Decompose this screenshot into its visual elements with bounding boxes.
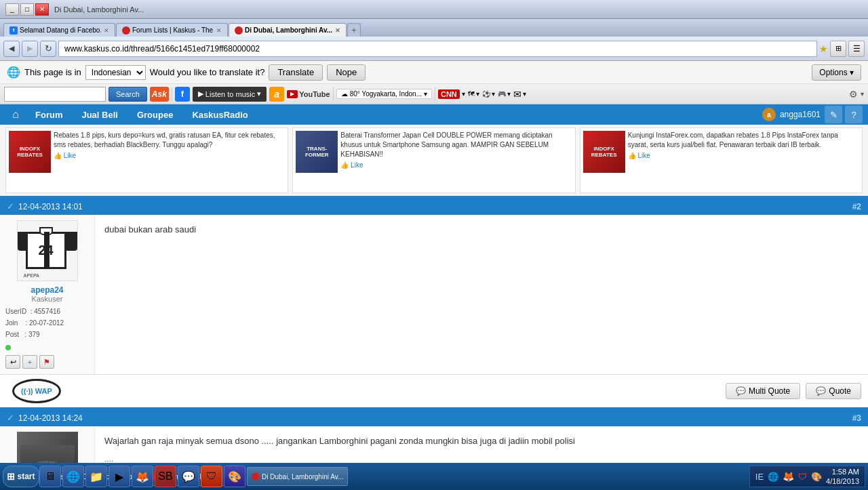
email-icon[interactable]: ✉▾ <box>513 89 526 100</box>
tray-antivirus-icon[interactable]: 🛡 <box>798 472 807 482</box>
post2-text: dubai bukan arab saudi <box>104 223 859 237</box>
ad-3-image: INDOFXREBATES <box>583 131 625 173</box>
tab-1-close[interactable]: ✕ <box>104 27 109 34</box>
toolbar-separator-1 <box>172 87 172 101</box>
post2-body: 24 APEPA apepa24 Kaskuser UserID : 45574… <box>0 215 868 375</box>
weather-widget[interactable]: ☁ 80° Yogyakarta, Indon... ▾ <box>336 89 432 99</box>
youtube-icon[interactable]: ▶ YouTube <box>287 90 330 98</box>
taskbar-app-2[interactable]: 🌐 <box>62 466 84 487</box>
ad-3-text: Kunjungi InstaForex.com, dapatkan rebate… <box>628 131 859 150</box>
ad-card-3: INDOFXREBATES Kunjungi InstaForex.com, d… <box>580 127 863 193</box>
toolbar-icon-2[interactable]: ⚽▾ <box>482 90 495 98</box>
tray-icon-1[interactable]: IE <box>755 472 764 482</box>
taskbar-app-5[interactable]: 🦊 <box>132 466 153 487</box>
toolbar-icon-1[interactable]: 🗺▾ <box>468 90 479 98</box>
minimize-btn[interactable]: _ <box>5 3 19 16</box>
wap-badge: ((·)) WAP <box>12 379 61 403</box>
tab-3-close[interactable]: ✕ <box>335 27 340 34</box>
post2-number: #2 <box>852 202 861 211</box>
ad-3-like[interactable]: 👍 Like <box>628 152 859 159</box>
tab-item-2[interactable]: Forum Lists | Kaskus - The... ✕ <box>116 23 228 37</box>
forward-btn[interactable]: ▶ <box>22 41 38 57</box>
help-icon[interactable]: ? <box>845 106 863 123</box>
tab-1-label: Selamat Datang di Facebo... <box>20 26 101 34</box>
taskbar-btn-3[interactable]: Di Dubai, Lamborghini Av... <box>247 467 348 486</box>
report-btn[interactable]: ⚑ <box>39 355 54 369</box>
clock: 1:58 AM 4/18/2013 <box>826 467 859 487</box>
play-icon: ▶ <box>198 89 203 98</box>
refresh-btn[interactable]: ↻ <box>40 41 56 57</box>
tab-item-3[interactable]: Di Dubai, Lamborghini Av... ✕ <box>229 23 347 37</box>
ad-1-image: INDOFXREBATES <box>9 131 51 173</box>
taskbar-app-4[interactable]: ▶ <box>108 466 130 487</box>
facebook-icon[interactable]: f <box>175 87 190 102</box>
taskbar-app-3[interactable]: 📁 <box>85 466 107 487</box>
reply-btn[interactable]: ↩ <box>5 355 20 369</box>
translate-button[interactable]: Translate <box>269 64 323 81</box>
tools-btn[interactable]: ☰ <box>848 41 865 57</box>
edit-icon[interactable]: ✎ <box>825 106 842 123</box>
post2-content: dubai bukan arab saudi <box>95 215 868 374</box>
post2-header-left: ✓ 12-04-2013 14:01 <box>7 201 83 211</box>
taskbar-app-1[interactable]: 🖥 <box>39 466 61 487</box>
ad-card-2: TRANS-FORMER Baterai Transformer Japan C… <box>292 127 575 193</box>
user-avatar-icon: a <box>762 108 776 121</box>
ad-2-image: TRANS-FORMER <box>296 131 338 173</box>
clock-date: 4/18/2013 <box>826 476 859 486</box>
bookmark-btn[interactable]: ⊞ <box>830 41 846 57</box>
maximize-btn[interactable]: □ <box>20 3 34 16</box>
search-input[interactable] <box>4 87 106 102</box>
listen-btn[interactable]: ▶ Listen to music ▾ <box>193 87 267 102</box>
star-btn[interactable]: ★ <box>819 43 828 54</box>
toolbar: Search Ask f ▶ Listen to music ▾ a ▶ You… <box>0 84 868 104</box>
options-button[interactable]: Options ▾ <box>812 64 861 81</box>
add-friend-btn[interactable]: + <box>22 355 37 369</box>
post2-avatar: 24 APEPA <box>17 220 78 281</box>
ask-icon[interactable]: Ask <box>150 87 169 102</box>
ad-2-like[interactable]: 👍 Like <box>340 161 572 169</box>
ad-1-text: Rebates 1.8 pips, kurs depo=kurs wd, gra… <box>54 131 285 150</box>
ad-1-like[interactable]: 👍 Like <box>54 152 285 159</box>
language-select[interactable]: Indonesian <box>85 65 146 80</box>
toolbar-icon-3[interactable]: 🎮▾ <box>498 90 511 98</box>
listen-label: Listen to music <box>205 90 255 98</box>
post3-datetime: 12-04-2013 14:24 <box>18 413 83 423</box>
nope-button[interactable]: Nope <box>327 64 366 81</box>
start-button[interactable]: ⊞ start <box>3 466 39 487</box>
taskbar-app-6[interactable]: SB <box>155 466 176 487</box>
post2-user-info: UserID : 4557416 Join : 20-07-2012 Post … <box>5 306 89 340</box>
weather-dropdown: ▾ <box>424 90 427 98</box>
tab-2-close[interactable]: ✕ <box>216 27 222 34</box>
back-btn[interactable]: ◀ <box>3 41 20 57</box>
clock-time: 1:58 AM <box>826 467 859 476</box>
ads-row: INDOFXREBATES Rebates 1.8 pips, kurs dep… <box>0 125 868 198</box>
translate-bar: 🌐 This page is in Indonesian Would you l… <box>0 61 868 84</box>
translate-question: Would you like to translate it? <box>150 67 265 77</box>
tray-ie-icon[interactable]: 🌐 <box>768 472 778 482</box>
taskbar-app-9[interactable]: 🎨 <box>224 466 245 487</box>
home-icon[interactable]: ⌂ <box>5 104 26 125</box>
close-btn[interactable]: ✕ <box>35 3 49 16</box>
taskbar-app-8[interactable]: 🛡 <box>201 466 222 487</box>
ad-card-1: INDOFXREBATES Rebates 1.8 pips, kurs dep… <box>5 127 288 193</box>
cnn-widget[interactable]: CNN ▾ <box>438 89 465 99</box>
post3-number: #3 <box>852 413 861 423</box>
nav-forum[interactable]: Forum <box>26 104 72 125</box>
tab-item-1[interactable]: f Selamat Datang di Facebo... ✕ <box>3 23 115 37</box>
search-btn[interactable]: Search <box>108 87 147 102</box>
taskbar-app-7[interactable]: 💬 <box>178 466 199 487</box>
quote-btn[interactable]: 💬 Quote <box>806 383 861 399</box>
post3-header: ✓ 12-04-2013 14:24 #3 <box>0 409 868 426</box>
nav-jual-beli[interactable]: Jual Beli <box>72 104 127 125</box>
tray-paint-icon[interactable]: 🎨 <box>811 472 822 482</box>
tray-ff-icon[interactable]: 🦊 <box>783 471 794 482</box>
nav-radio[interactable]: KaskusRadio <box>182 104 257 125</box>
settings-icon[interactable]: ⚙ <box>849 89 858 100</box>
address-input[interactable] <box>58 41 817 57</box>
new-tab-btn[interactable]: + <box>347 23 361 37</box>
nav-groupee[interactable]: Groupee <box>127 104 182 125</box>
multi-quote-btn[interactable]: 💬 Multi Quote <box>726 383 800 399</box>
post2-username[interactable]: apepa24 <box>5 285 89 295</box>
username-display[interactable]: angga1601 <box>776 110 825 119</box>
amazon-icon[interactable]: a <box>269 87 284 102</box>
